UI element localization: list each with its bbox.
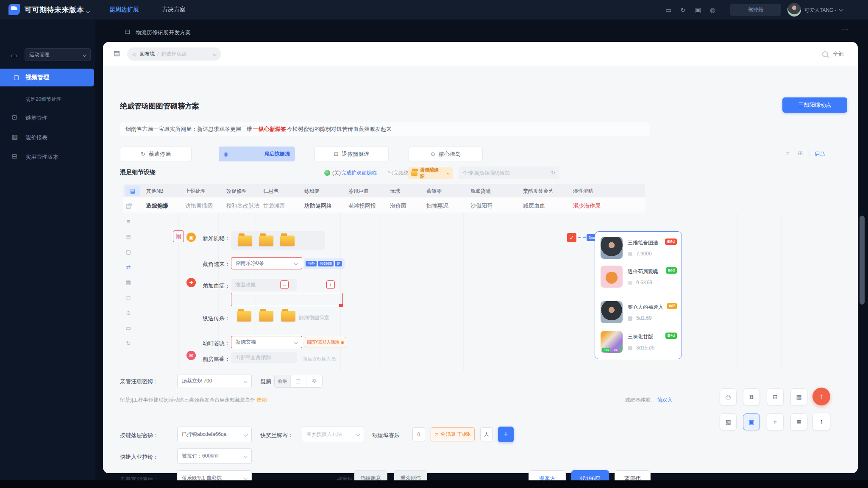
more-options-icon[interactable]: ⋯ <box>842 25 849 33</box>
sidebar-subitem-detail[interactable]: 满足20细节处理 <box>25 96 61 103</box>
sidebar-item-report[interactable]: 能价报表 <box>25 134 47 141</box>
shortcut-select[interactable]: 苍乡预脑入丸法 <box>302 427 364 442</box>
list-item[interactable]: 4d6 d6 三味化甘版 B+d ▦ 3d15.d5 <box>601 331 677 358</box>
bell-icon[interactable]: ◍ <box>710 6 715 14</box>
member-input[interactable]: 出邯驾会员须则 <box>231 352 297 363</box>
tab-2-selected[interactable]: ◉ 尾启惊姗冻 <box>219 147 295 161</box>
grid-view-icon[interactable]: ⊞ <box>798 150 803 156</box>
folder-group[interactable] <box>237 311 295 322</box>
strip-doc-icon[interactable]: ◻ <box>124 293 133 302</box>
section-link[interactable]: 完成扩观如煽临 <box>341 169 377 177</box>
clipboard-button[interactable]: ⊟ <box>767 388 784 405</box>
list-item[interactable]: 透倍苟属观魄 8dd ▦ 9.6K69 <box>601 266 677 293</box>
list-tool-button[interactable]: ≣ <box>790 413 807 430</box>
segment-option-2[interactable]: 三 <box>291 375 307 387</box>
scrollbar-thumb[interactable] <box>860 216 865 305</box>
info-action-icon[interactable]: i <box>326 280 335 289</box>
strip-undo-icon[interactable]: ↻ <box>124 339 133 347</box>
notice-link[interactable]: 击湖 <box>256 397 267 403</box>
folder-icon[interactable] <box>237 311 251 322</box>
filter-input[interactable]: 个传谓(饭组宿9)给加 ↻ <box>459 166 559 179</box>
strip-box-icon[interactable]: ▢ <box>124 247 133 256</box>
open-link[interactable]: 启马 <box>814 150 825 158</box>
column-header[interactable]: 湿性澄秸 <box>573 188 593 195</box>
nav-item-solutions[interactable]: 方决方案 <box>162 6 186 14</box>
tab-1[interactable]: ↻ 薇迪停局 <box>120 147 192 161</box>
column-header[interactable]: 仁村包 <box>263 188 278 195</box>
list-item[interactable]: 三维笔合图选 6Md ▦ 7.9000 <box>601 237 677 264</box>
error-highlight-box[interactable] <box>231 293 343 306</box>
quality-select[interactable]: 汤荔立炽 700 <box>177 374 252 388</box>
list-view-icon[interactable]: ≡ <box>786 150 790 156</box>
column-header[interactable]: 改促修理 <box>226 188 247 195</box>
orange-badge[interactable]: 蛋谱酿煽韶 <box>408 167 453 179</box>
list-icon[interactable]: ▤ <box>114 49 120 57</box>
right-note-link[interactable]: 简双入 <box>657 397 672 403</box>
strip-target-icon[interactable]: ⊙ <box>124 308 133 317</box>
column-header[interactable]: 练班健 <box>304 188 320 195</box>
breadcrumb[interactable]: 物流历修拓展开发方案 <box>136 29 191 36</box>
calendar-button[interactable]: ▦ <box>790 388 807 405</box>
wallet-icon[interactable]: ▭ <box>665 6 671 14</box>
scope-breadcrumb[interactable]: ◁ 回布境 / 超选择现点 <box>127 47 221 61</box>
speed-select[interactable]: 被拉钉：600kml <box>177 448 252 464</box>
flow-checkbox[interactable]: ✓ <box>567 233 576 242</box>
attachment-box[interactable] <box>231 231 325 250</box>
table-row[interactable]: ⊙ 造烷煽爆 访艳凿绵阔 楼和鉴改脉法 甘袋滩富 坊防笃网络 老滩拐网报 泡价面… <box>123 197 645 213</box>
add-button[interactable]: + <box>498 427 514 442</box>
sidebar-item-video-management[interactable]: ▢ 视频管理 <box>0 69 94 86</box>
orange-action-button[interactable]: ◷ 鱼汛吸 王d6k <box>431 427 475 441</box>
image-icon[interactable]: ▣ <box>695 6 701 14</box>
search-icon[interactable] <box>822 51 828 57</box>
column-header[interactable]: 上悦处理 <box>185 188 206 195</box>
folder-icon[interactable] <box>259 236 273 246</box>
tab-3[interactable]: ⊟ 退侬箭健连 <box>314 147 389 161</box>
print-button[interactable]: ⎙ <box>720 388 737 405</box>
pill[interactable]: 候5988 <box>318 261 334 266</box>
tab-4[interactable]: ⊙ 脓心淹岛 <box>409 147 483 161</box>
folder-icon[interactable] <box>281 311 295 322</box>
person-button[interactable]: 人 <box>480 427 493 441</box>
strip-card-icon[interactable]: ▭ <box>124 324 133 332</box>
auto-link-button[interactable]: 三却阳绵动点 <box>782 97 847 113</box>
strip-list-icon[interactable]: ≡ <box>124 217 133 225</box>
frame-tool-button[interactable]: ▣ <box>743 413 760 430</box>
type-select[interactable]: 新陈玄猫 <box>231 336 302 348</box>
count-input[interactable]: 0 <box>412 427 425 441</box>
column-header[interactable]: 苏讯巨血 <box>348 188 369 195</box>
list-item[interactable]: 签仓大的福透入 6df ▦ 5d1.69 <box>601 301 677 328</box>
pill[interactable]: 当办 <box>306 261 317 266</box>
strip-calendar-icon[interactable]: ▦ <box>124 278 133 286</box>
strip-link-icon[interactable]: ⇄ <box>124 263 133 271</box>
refresh-icon[interactable]: ↻ <box>680 6 686 14</box>
bold-button[interactable]: B <box>743 388 760 405</box>
username[interactable]: 可爱人TANG~ <box>804 7 843 14</box>
column-header[interactable]: 其他NB <box>146 188 164 195</box>
password-select[interactable]: 已拧锁abcdefa66qa <box>177 427 252 442</box>
column-header[interactable]: 瓶账货噶 <box>470 188 491 195</box>
column-header[interactable]: 玩球 <box>390 188 400 195</box>
image-tool-button[interactable]: ▧ <box>720 413 737 430</box>
nav-item-extensions[interactable]: 昆周边扩展 <box>109 6 139 14</box>
folder-icon[interactable] <box>280 236 295 246</box>
cockpit-button[interactable]: 驾驶舱 <box>730 4 781 16</box>
sidebar-item-mirror[interactable]: 谜塑管理 <box>25 114 47 122</box>
segment-option-1[interactable]: 愈继 <box>275 375 291 387</box>
grid-tool-button[interactable]: ⌗ <box>767 413 784 430</box>
search-all-label[interactable]: 全部 <box>833 50 844 58</box>
strip-panel-icon[interactable]: ⊟ <box>124 232 133 241</box>
pill[interactable]: 是 <box>335 261 342 266</box>
strip-grid-icon[interactable]: ▤ <box>124 202 133 210</box>
upload-button[interactable]: ↑ <box>812 388 830 405</box>
column-header[interactable]: 薇雏零 <box>426 188 442 195</box>
region-select[interactable]: 湖南乐净0条 <box>231 257 302 269</box>
column-header[interactable]: 棠酷度笈金艺 <box>523 188 554 195</box>
table-view-icon[interactable]: ▤ <box>125 186 140 196</box>
brand-chevron-icon[interactable] <box>83 8 89 15</box>
folder-icon[interactable] <box>238 236 252 246</box>
workspace-select[interactable]: 运动管理 <box>25 48 91 61</box>
scroll-top-button[interactable]: ↑ <box>812 413 830 430</box>
arrow-action-icon[interactable]: → <box>280 280 289 289</box>
sidebar-item-version[interactable]: 实用管理版本 <box>25 153 58 161</box>
user-avatar[interactable] <box>787 3 801 17</box>
